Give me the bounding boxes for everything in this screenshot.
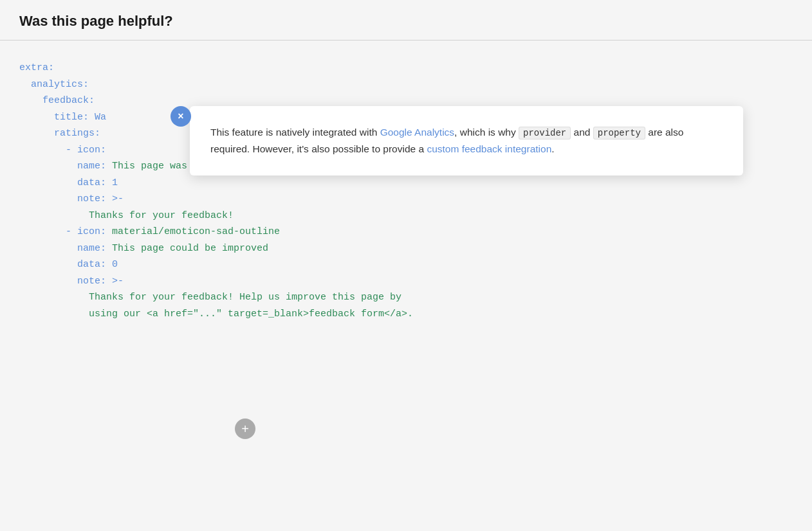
code-line-8: data: 1 bbox=[19, 175, 793, 192]
code-line-2: analytics: bbox=[19, 76, 793, 93]
popover-text-middle: and bbox=[571, 127, 593, 138]
code-line-12: name: This page could be improved bbox=[19, 240, 793, 257]
code-line-10: Thanks for your feedback! bbox=[19, 208, 793, 224]
popover-text-final: . bbox=[551, 143, 554, 154]
code-line-9: note: >- bbox=[19, 191, 793, 208]
add-button[interactable]: + bbox=[235, 419, 255, 439]
code-line-16: using our <a href="..." target=_blank>fe… bbox=[19, 306, 793, 323]
property-code: property bbox=[593, 127, 645, 140]
popover-content: This feature is natively integrated with… bbox=[210, 124, 723, 158]
popover-text-before-link: This feature is natively integrated with bbox=[210, 127, 380, 138]
close-button[interactable]: × bbox=[171, 106, 191, 127]
custom-feedback-link[interactable]: custom feedback integration bbox=[427, 143, 551, 154]
code-block: extra: analytics: feedback: title: Wa ra… bbox=[0, 53, 812, 328]
code-line-13: data: 0 bbox=[19, 256, 793, 273]
google-analytics-link[interactable]: Google Analytics bbox=[380, 127, 454, 138]
header-divider bbox=[0, 40, 812, 40]
code-line-1: extra: bbox=[19, 60, 793, 76]
provider-code: provider bbox=[519, 127, 571, 140]
code-line-14: note: >- bbox=[19, 273, 793, 290]
page-header: Was this page helpful? bbox=[0, 0, 812, 40]
popover: This feature is natively integrated with… bbox=[190, 106, 743, 176]
code-line-15: Thanks for your feedback! Help us improv… bbox=[19, 289, 793, 306]
popover-text-after-link: , which is why bbox=[454, 127, 519, 138]
code-line-11: - icon: material/emoticon-sad-outline bbox=[19, 224, 793, 240]
page-title: Was this page helpful? bbox=[19, 13, 793, 30]
